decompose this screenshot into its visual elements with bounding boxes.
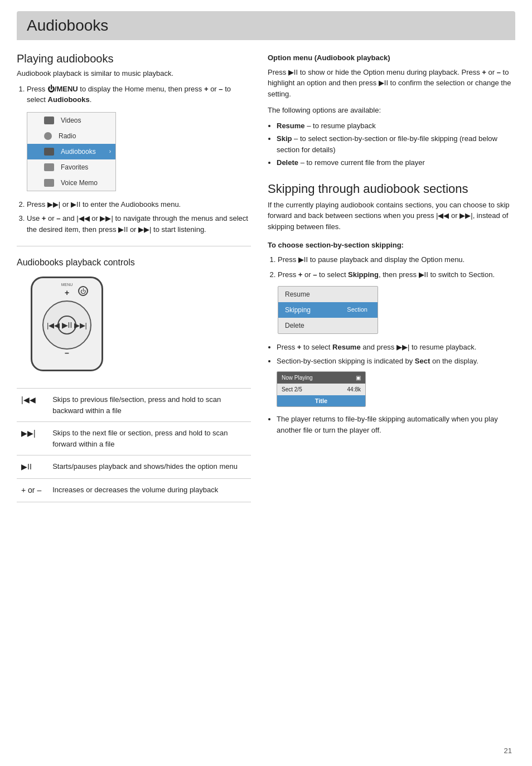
right-column: Option menu (Audiobook playback) Press ▶… (268, 52, 515, 502)
step-3: Use + or – and |◀◀ or ▶▶| to navigate th… (27, 213, 251, 235)
menu-key: ⏻/MENU (47, 85, 78, 93)
play-icon-inline: ▶II (71, 200, 80, 209)
device-center-area: |◀◀ ▶II ▶▶| (42, 300, 91, 350)
np-header: Now Playing ▣ (277, 372, 365, 384)
skip-intro: If the currently playing audiobook conta… (268, 200, 515, 232)
menu-item-audiobooks: Audiobooks › (27, 144, 115, 159)
minus-key: – (219, 85, 223, 93)
device-body: MENU + ⏻ |◀◀ ▶II ▶▶| – (31, 277, 103, 371)
np-status-icon: ▣ (356, 374, 361, 382)
choose-heading-text: To choose section-by-section skipping: (268, 241, 404, 249)
skip-bullets: Press + to select Resume and press ▶▶| t… (277, 342, 515, 436)
control-row-prev: |◀◀ Skips to previous file/section, pres… (17, 389, 251, 422)
page-header: Audiobooks (17, 11, 515, 40)
device-plus-label: + (65, 288, 69, 297)
play-symbol: ▶II (21, 462, 32, 471)
skip-step-2: Press + or – to select Skipping, then pr… (278, 269, 515, 334)
next-symbol: ▶▶| (21, 429, 36, 438)
opt-skipping: Skipping Section (278, 302, 378, 318)
option-delete: Delete – to remove current file from the… (277, 157, 515, 168)
control-symbol-vol: + or – (17, 479, 48, 502)
now-playing-mockup: Now Playing ▣ Sect 2/5 44:8k Title (277, 371, 366, 408)
controls-heading: Audiobooks playback controls (17, 258, 251, 268)
skip-step-1: Press ▶II to pause playback and display … (278, 254, 515, 265)
skip-section: Skipping through audiobook sections If t… (268, 182, 515, 436)
play-icon-right: ▶II (288, 68, 298, 76)
option-resume: Resume – to resume playback (277, 120, 515, 132)
next-icon-skip: ▶▶| (460, 211, 472, 220)
controls-table: |◀◀ Skips to previous file/section, pres… (17, 388, 251, 502)
option-menu-desc: Press ▶II to show or hide the Option men… (268, 67, 515, 100)
control-row-next: ▶▶| Skips to the next file or section, p… (17, 422, 251, 455)
next-icon-inline2: ▶▶| (138, 225, 151, 234)
next-icon-inline: ▶▶| (100, 214, 113, 222)
menu-item-favorites-label: Favorites (61, 162, 88, 172)
plus-key: + (204, 85, 209, 93)
chevron-right-icon: › (109, 147, 111, 156)
device-minus-label: – (65, 348, 69, 357)
vol-symbol: + or – (21, 486, 41, 494)
skip-bullet-sect: Section-by-section skipping is indicated… (277, 356, 515, 407)
device-power-icon: ⏻ (78, 286, 88, 296)
page: Audiobooks Playing audiobooks Audiobook … (0, 0, 532, 766)
control-desc-play: Starts/pauses playback and shows/hides t… (48, 455, 251, 479)
plus-key2: + (42, 214, 46, 222)
step-1: Press ⏻/MENU to display the Home menu, t… (27, 84, 251, 191)
np-body: Sect 2/5 44:8k (277, 384, 365, 395)
control-symbol-next: ▶▶| (17, 422, 48, 455)
option-menu-heading-text: Option menu (Audiobook playback) (268, 54, 390, 62)
play-icon-inline2: ▶II (118, 225, 128, 234)
control-desc-vol: Increases or decreases the volume during… (48, 479, 251, 502)
np-title: Title (277, 395, 365, 407)
prev-symbol: |◀◀ (21, 395, 36, 404)
opt-skipping-label: Skipping (285, 305, 311, 315)
device-prev-icon: |◀◀ (47, 321, 60, 329)
device-next-icon: ▶▶| (74, 321, 87, 329)
playing-heading: Playing audiobooks (17, 52, 251, 65)
step-2: Press ▶▶| or ▶II to enter the Audiobooks… (27, 199, 251, 210)
skip-heading: Skipping through audiobook sections (268, 182, 515, 196)
choose-heading: To choose section-by-section skipping: (268, 240, 515, 251)
fforward-icon-inline: ▶▶| (47, 200, 60, 209)
page-title: Audiobooks (27, 17, 505, 35)
control-symbol-play: ▶II (17, 455, 48, 479)
skip-bullet-returns: The player returns to file-by-file skipp… (277, 414, 515, 435)
minus-key2: – (56, 214, 60, 222)
control-symbol-prev: |◀◀ (17, 389, 48, 422)
np-sect: Sect 2/5 (282, 385, 302, 394)
two-col-layout: Playing audiobooks Audiobook playback is… (17, 52, 515, 502)
device-menu-label: MENU (61, 283, 73, 287)
menu-item-videos: Videos (27, 113, 115, 128)
options-list: Resume – to resume playback Skip – to se… (277, 120, 515, 168)
np-time: 44:8k (347, 385, 361, 394)
np-header-label: Now Playing (282, 374, 313, 382)
prev-icon-skip: |◀◀ (436, 211, 449, 220)
menu-item-radio-label: Radio (59, 131, 76, 141)
option-skip: Skip – to select section-by-section or f… (277, 133, 515, 155)
device-mockup: MENU + ⏻ |◀◀ ▶II ▶▶| – (22, 277, 112, 377)
playing-steps: Press ⏻/MENU to display the Home menu, t… (27, 84, 251, 235)
opt-delete: Delete (278, 318, 378, 333)
menu-item-videos-label: Videos (61, 115, 81, 125)
control-desc-next: Skips to the next file or section, press… (48, 422, 251, 455)
play-icon-right2: ▶II (379, 79, 388, 87)
page-number: 21 (504, 746, 512, 755)
menu-item-favorites: Favorites (27, 159, 115, 175)
opt-resume: Resume (278, 287, 378, 302)
play-icon-skip1: ▶II (298, 255, 308, 264)
control-desc-prev: Skips to previous file/section, press an… (48, 389, 251, 422)
control-row-play: ▶II Starts/pauses playback and shows/hid… (17, 455, 251, 479)
option-menu-mockup: Resume Skipping Section Delete (278, 286, 378, 334)
heart-icon (44, 163, 54, 171)
radio-icon (44, 132, 52, 140)
skip-bullet-resume: Press + to select Resume and press ▶▶| t… (277, 342, 515, 353)
audiobooks-option: Audiobooks (48, 95, 90, 104)
control-row-vol: + or – Increases or decreases the volume… (17, 479, 251, 502)
option-menu-heading: Option menu (Audiobook playback) (268, 52, 515, 64)
options-available-label: The following options are available: (268, 105, 515, 116)
next-icon-resume: ▶▶| (396, 343, 409, 351)
mic-icon (44, 179, 54, 187)
skip-steps: Press ▶II to pause playback and display … (278, 254, 515, 334)
left-column: Playing audiobooks Audiobook playback is… (17, 52, 251, 502)
section-divider (17, 246, 251, 246)
